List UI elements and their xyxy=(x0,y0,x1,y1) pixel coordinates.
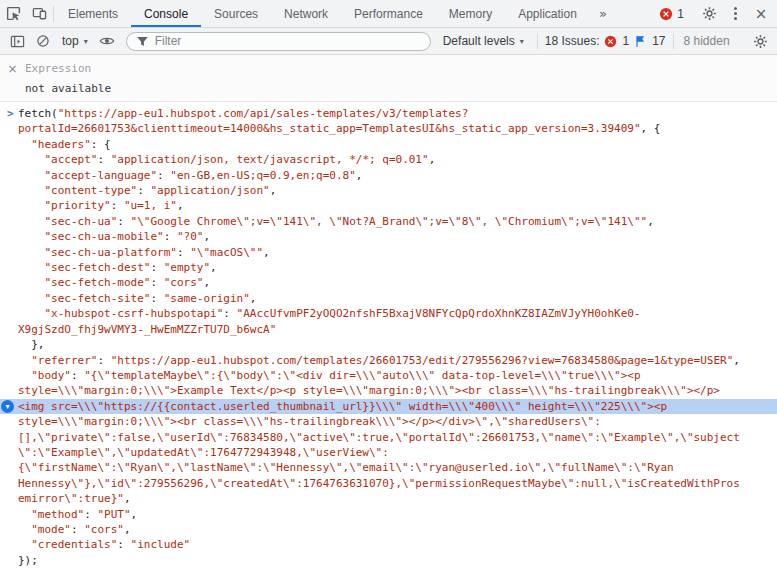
console-input-line[interactable]: X9gjSzdO_fhj9wVMY3-_HwEmMZZrTU7D_b6wcA" xyxy=(18,322,771,337)
log-levels-label: Default levels xyxy=(443,34,515,48)
tab-memory[interactable]: Memory xyxy=(436,0,505,27)
settings-gear-icon[interactable] xyxy=(696,0,722,27)
error-icon xyxy=(604,35,617,48)
inspect-element-icon[interactable] xyxy=(0,0,26,27)
tabbar-right-controls: 1 × xyxy=(659,0,777,27)
toggle-device-toolbar-icon[interactable] xyxy=(26,0,52,27)
log-levels-selector[interactable]: Default levels ▾ xyxy=(437,34,530,48)
console-input-line[interactable]: "sec-ch-ua": "\"Google Chrome\";v=\"141\… xyxy=(18,214,771,229)
console-input-line[interactable]: "sec-ch-ua-platform": "\"macOS\"", xyxy=(18,245,771,260)
console-input-line[interactable]: emirror\":true}", xyxy=(18,491,771,506)
live-expression-placeholder[interactable]: Expression xyxy=(25,62,91,75)
console-input-line[interactable]: "sec-fetch-site": "same-origin", xyxy=(18,291,771,306)
tab-elements[interactable]: Elements xyxy=(55,0,131,27)
tab-console[interactable]: Console xyxy=(131,0,201,27)
selected-line-marker-icon[interactable]: ▾ xyxy=(1,400,14,413)
console-input-line[interactable]: "priority": "u=1, i", xyxy=(18,198,771,213)
create-live-expression-eye-icon[interactable] xyxy=(94,28,120,54)
error-icon xyxy=(659,7,673,21)
toolbar-separator xyxy=(673,33,674,49)
more-tabs-button[interactable]: » xyxy=(590,0,616,27)
tabbar-separator xyxy=(53,6,54,22)
show-console-sidebar-icon[interactable] xyxy=(4,28,30,54)
console-input-line[interactable]: "method": "PUT", xyxy=(18,507,771,522)
console-input-line[interactable]: }, xyxy=(18,337,771,352)
javascript-context-selector[interactable]: top ▾ xyxy=(56,34,94,48)
issues-error-count: 1 xyxy=(622,34,629,48)
console-input-line[interactable]: [],\"private\":false,\"userId\":76834580… xyxy=(18,430,771,445)
issues-counter[interactable]: 18 Issues: 1 17 xyxy=(545,34,666,48)
console-input-line[interactable]: style=\\\"margin:0;\\\"><br class=\\\"hs… xyxy=(18,414,771,429)
console-input-line[interactable]: "sec-fetch-mode": "cors", xyxy=(18,275,771,290)
close-devtools-icon[interactable]: × xyxy=(748,0,774,27)
tab-performance[interactable]: Performance xyxy=(341,0,436,27)
remove-expression-icon[interactable]: × xyxy=(0,62,25,76)
console-code: fetch("https://app-eu1.hubspot.com/api/s… xyxy=(18,106,771,568)
console-input-line[interactable]: "content-type": "application/json", xyxy=(18,183,771,198)
console-input-line[interactable]: "credentials": "include" xyxy=(18,537,771,552)
chevron-down-icon: ▾ xyxy=(84,37,88,46)
tab-network[interactable]: Network xyxy=(271,0,341,27)
console-input-line[interactable]: "mode": "cors", xyxy=(18,522,771,537)
tab-sources[interactable]: Sources xyxy=(201,0,271,27)
console-input-line[interactable]: "accept": "application/json, text/javasc… xyxy=(18,152,771,167)
console-input-line[interactable]: "body": "{\"templateMaybe\":{\"body\":\"… xyxy=(18,368,771,383)
console-input-line-selected[interactable]: ▾<img src=\\\"https://{{contact.userled_… xyxy=(0,399,777,414)
console-input-line[interactable]: "sec-ch-ua-mobile": "?0", xyxy=(18,229,771,244)
console-input-line[interactable]: {\"firstName\":\"Ryan\",\"lastName\":\"H… xyxy=(18,460,771,475)
console-input-line[interactable]: fetch("https://app-eu1.hubspot.com/api/s… xyxy=(18,106,771,121)
console-toolbar: top ▾ Default levels ▾ 18 Issues: 1 xyxy=(0,28,777,55)
error-count-indicator[interactable]: 1 xyxy=(659,7,684,21)
console-input-line[interactable]: "sec-fetch-dest": "empty", xyxy=(18,260,771,275)
console-prompt-icon: > xyxy=(7,106,14,121)
console-input-area[interactable]: > fetch("https://app-eu1.hubspot.com/api… xyxy=(0,102,777,582)
live-expression-editor[interactable]: × Expression xyxy=(0,60,777,77)
devtools-panel: ElementsConsoleSourcesNetworkPerformance… xyxy=(0,0,777,582)
context-selector-label: top xyxy=(62,34,79,48)
console-input-line[interactable]: Hennessy\"},\"id\":279556296,\"createdAt… xyxy=(18,476,771,491)
console-input-line[interactable]: "accept-language": "en-GB,en-US;q=0.9,en… xyxy=(18,168,771,183)
filter-input[interactable] xyxy=(155,34,421,48)
console-input-line[interactable]: style=\\\"margin:0;\\\">Example Text</p>… xyxy=(18,383,771,398)
live-expression-section: × Expression not available xyxy=(0,55,777,102)
console-filter-box[interactable] xyxy=(126,32,431,51)
chevron-down-icon: ▾ xyxy=(520,37,524,46)
live-expression-result: not available xyxy=(0,82,777,95)
filter-funnel-icon xyxy=(136,35,149,48)
hidden-messages-label[interactable]: 8 hidden xyxy=(681,34,733,48)
toolbar-separator xyxy=(537,33,538,49)
console-input-line[interactable]: }); xyxy=(18,553,771,568)
error-count: 1 xyxy=(677,7,684,21)
console-input-line[interactable]: "x-hubspot-csrf-hubspotapi": "AAccUfvmPF… xyxy=(18,306,771,321)
issues-warning-count: 17 xyxy=(652,34,665,48)
clear-console-icon[interactable] xyxy=(30,28,56,54)
kebab-menu-icon[interactable] xyxy=(722,0,748,27)
console-input-line[interactable]: portalId=26601753&clienttimeout=14000&hs… xyxy=(18,121,771,136)
issues-label: 18 Issues: xyxy=(545,34,600,48)
console-input-line[interactable]: "headers": { xyxy=(18,137,771,152)
warning-flag-icon xyxy=(634,35,647,48)
console-input-line[interactable]: \":\"Example\",\"updatedAt\":17647729439… xyxy=(18,445,771,460)
main-tabbar: ElementsConsoleSourcesNetworkPerformance… xyxy=(0,0,777,28)
tab-application[interactable]: Application xyxy=(505,0,590,27)
console-settings-gear-icon[interactable] xyxy=(747,28,773,54)
panel-tabs: ElementsConsoleSourcesNetworkPerformance… xyxy=(55,0,590,27)
console-input-line[interactable]: "referrer": "https://app-eu1.hubspot.com… xyxy=(18,353,771,368)
